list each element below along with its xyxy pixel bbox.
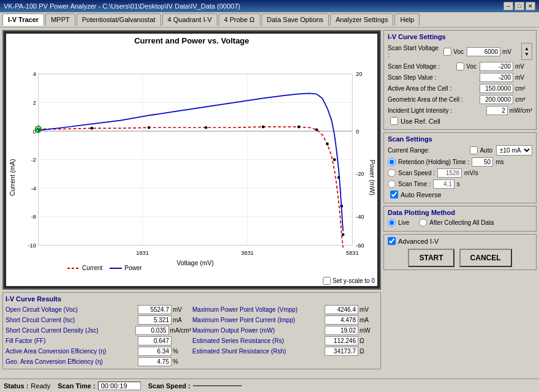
maximize-button[interactable]: □ <box>514 2 524 10</box>
results-grid: Open Circuit Voltage (Voc) 5524.7 mV Sho… <box>6 305 378 366</box>
tab-data-save[interactable]: Data Save Options <box>262 13 329 26</box>
result-impp: Maximum Power Point Current (Impp) 4.478… <box>192 315 378 325</box>
tab-iv-tracer[interactable]: I-V Tracer <box>2 13 44 26</box>
set-yscale-checkbox[interactable] <box>323 277 331 285</box>
scan-direction-button[interactable]: ▲▼ <box>521 43 532 60</box>
tab-4quadrant[interactable]: 4 Quadrant I-V <box>162 13 217 26</box>
result-rs: Estimated Series Resistance (Rs) 112.246… <box>192 336 378 345</box>
svg-text:Current (mA): Current (mA) <box>9 159 16 197</box>
results-left-col: Open Circuit Voltage (Voc) 5524.7 mV Sho… <box>6 305 191 366</box>
pmax-value: 19.02 <box>325 326 358 335</box>
auto-reverse-label: Auto Reverse <box>401 191 442 198</box>
svg-text:Voltage (mV): Voltage (mV) <box>177 260 214 266</box>
scan-speed-row: Scan Speed : mV/s <box>388 168 532 178</box>
retention-radio[interactable] <box>388 158 396 166</box>
tab-analyzer-settings[interactable]: Analyzer Settings <box>330 13 394 26</box>
svg-text:5831: 5831 <box>346 250 359 256</box>
svg-text:0: 0 <box>356 129 359 135</box>
scan-start-voc-checkbox[interactable] <box>443 48 451 56</box>
live-radio[interactable] <box>388 219 396 227</box>
geo-area-input[interactable] <box>480 95 513 104</box>
current-range-auto-checkbox[interactable] <box>470 146 478 154</box>
results-panel: I-V Curve Results Open Circuit Voltage (… <box>2 292 381 369</box>
ff-label: Fill Factor (FF) <box>6 337 137 344</box>
action-buttons: START CANCEL <box>388 249 532 267</box>
scan-end-label: Scan End Voltage : <box>388 63 454 70</box>
scan-end-voc-checkbox[interactable] <box>456 62 464 70</box>
live-label: Live <box>398 219 409 226</box>
scan-speed-input[interactable] <box>437 168 462 178</box>
cancel-button[interactable]: CANCEL <box>459 249 512 267</box>
scan-step-unit: mV <box>515 74 532 81</box>
tab-mppt[interactable]: MPPT <box>45 13 75 26</box>
scan-time-status-label: Scan Time : <box>58 382 96 390</box>
svg-point-33 <box>297 126 300 129</box>
voc-value: 5524.7 <box>138 305 172 314</box>
result-geo-eff: Geo. Area Conversion Efficiency (η) 4.75… <box>6 357 191 366</box>
chart-title: Current and Power vs. Voltage <box>6 34 377 48</box>
scan-step-input[interactable] <box>480 73 513 82</box>
legend-power: Power <box>110 265 141 271</box>
scan-end-input[interactable] <box>480 62 513 71</box>
geo-area-row: Geometric Area of the Cell : cm² <box>388 95 532 104</box>
scan-settings-group: Scan Settings Current Range: Auto ±10 mA… <box>383 132 537 203</box>
status-item: Status : Ready <box>4 382 50 390</box>
scan-speed-radio[interactable] <box>388 169 396 177</box>
curve-settings-title: I-V Curve Settings <box>388 33 532 40</box>
scan-start-input[interactable] <box>467 47 500 56</box>
svg-text:2: 2 <box>33 100 36 106</box>
scan-speed-status-item: Scan Speed : <box>148 382 242 390</box>
scan-time-radio[interactable] <box>388 180 396 188</box>
window-title: VK-PA-100 PV Power Analyzer - C:\Users\0… <box>4 2 240 10</box>
retention-input[interactable] <box>472 157 493 167</box>
status-label: Status : <box>4 382 28 390</box>
auto-reverse-row: Auto Reverse <box>388 190 532 198</box>
impp-unit: mA <box>360 317 378 323</box>
svg-point-32 <box>262 126 265 129</box>
impp-label: Maximum Power Point Current (Impp) <box>192 317 323 323</box>
advanced-iv-label: Advanced I-V <box>398 238 439 245</box>
status-bar: Status : Ready Scan Time : 00:00:19 Scan… <box>0 379 539 392</box>
result-vmpp: Maximum Power Point Voltage (Vmpp) 4246.… <box>192 305 378 314</box>
current-range-select[interactable]: ±10 mA <box>496 145 532 156</box>
svg-text:4: 4 <box>33 71 36 77</box>
tab-4probe[interactable]: 4 Probe Ω <box>219 13 260 26</box>
active-eff-value: 6.34 <box>138 347 172 356</box>
plotting-method-group: Data Plotting Method Live After Collecti… <box>383 206 537 232</box>
vmpp-unit: mV <box>360 306 378 313</box>
start-button[interactable]: START <box>408 249 454 267</box>
chart-area: Current and Power vs. Voltage Current (m… <box>2 30 381 290</box>
active-area-row: Active Area of the Cell : cm² <box>388 84 532 93</box>
advanced-iv-checkbox[interactable] <box>388 237 396 245</box>
left-panel: Current and Power vs. Voltage Current (m… <box>2 30 381 369</box>
light-intensity-label: Incident Light Intensity : <box>388 107 484 114</box>
tab-help[interactable]: Help <box>394 13 420 26</box>
use-ref-cell-checkbox[interactable] <box>390 117 398 125</box>
svg-text:-60: -60 <box>356 243 364 249</box>
minimize-button[interactable]: ─ <box>503 2 513 10</box>
auto-reverse-checkbox[interactable] <box>390 190 398 198</box>
rsh-value: 34173.7 <box>325 347 358 356</box>
rs-value: 112.246 <box>325 336 358 345</box>
active-area-input[interactable] <box>480 84 513 93</box>
legend-power-label: Power <box>124 265 141 271</box>
vmpp-label: Maximum Power Point Voltage (Vmpp) <box>192 306 323 313</box>
svg-text:-4: -4 <box>31 186 36 192</box>
light-intensity-input[interactable] <box>486 106 508 115</box>
set-yscale-label: Set y-scale to 0 <box>333 277 375 284</box>
close-button[interactable]: ✕ <box>526 2 535 10</box>
set-yscale-row: Set y-scale to 0 <box>323 277 375 285</box>
current-range-auto-label: Auto <box>480 147 492 154</box>
tab-potentiostat[interactable]: Potentiostat/Galvanostat <box>77 13 161 26</box>
title-bar: VK-PA-100 PV Power Analyzer - C:\Users\0… <box>0 0 539 12</box>
scan-time-input[interactable] <box>433 179 454 189</box>
chart-inner: Current and Power vs. Voltage Current (m… <box>6 34 377 286</box>
active-area-label: Active Area of the Cell : <box>388 85 478 92</box>
svg-text:-8: -8 <box>31 214 36 220</box>
geo-eff-unit: % <box>173 358 191 365</box>
after-collecting-radio[interactable] <box>419 219 427 227</box>
after-collecting-label: After Collecting All Data <box>429 219 494 226</box>
main-content: Current and Power vs. Voltage Current (m… <box>0 28 539 372</box>
svg-text:-40: -40 <box>356 214 364 220</box>
svg-point-31 <box>205 126 208 129</box>
